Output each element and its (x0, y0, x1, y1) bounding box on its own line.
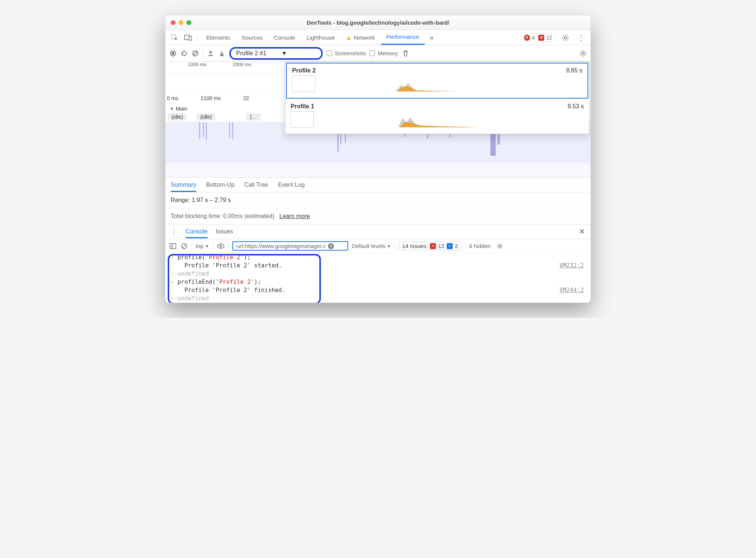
chevron-down-icon: ▼ (205, 244, 209, 248)
profile-thumbnail (291, 111, 314, 128)
performance-toolbar: Profile 2 #1 ▼ Screenshots Memory (165, 45, 591, 62)
record-button[interactable] (169, 50, 177, 57)
source-link[interactable]: VM244:2 (560, 287, 584, 294)
learn-more-link[interactable]: Learn more (279, 213, 310, 219)
blocking-time-row: Total blocking time: 0.00ms (estimated) … (165, 208, 591, 224)
svg-rect-2 (189, 36, 192, 40)
console-output-line: Profile 'Profile 2' finished.VM244:2 (165, 286, 591, 294)
code-string: 'Profile 2' (216, 279, 254, 285)
drawer-menu-icon[interactable]: ⋮ (171, 227, 177, 236)
idle-block: (idle) (168, 113, 187, 121)
more-tabs-icon[interactable]: » (425, 31, 438, 44)
console-result-line: ‹·undefined (165, 294, 591, 303)
error-count: 4 (532, 35, 535, 41)
kebab-menu-icon[interactable]: ⋮ (575, 31, 588, 44)
drawer-tab-issues[interactable]: Issues (216, 228, 233, 235)
console-sidebar-toggle-icon[interactable] (169, 242, 177, 250)
svg-point-13 (217, 244, 224, 248)
chevron-down-icon: ▼ (281, 50, 287, 57)
console-settings-gear-icon[interactable] (496, 242, 504, 250)
svg-point-3 (564, 37, 567, 39)
context-selector[interactable]: top ▼ (196, 243, 209, 249)
svg-point-5 (172, 52, 174, 55)
performance-overview-area: 1000 ms 2000 ms 9000 n CPU NET 0 ms 2100… (165, 62, 591, 177)
clear-button[interactable] (192, 50, 199, 57)
undefined-text: undefined (177, 295, 209, 302)
profile-select-value: Profile 2 #1 (236, 50, 266, 57)
delete-profile-button[interactable] (402, 50, 409, 57)
settings-gear-icon[interactable] (559, 31, 572, 44)
capture-settings-gear-icon[interactable] (579, 50, 587, 57)
issue-error-icon: ✕ (430, 243, 436, 249)
close-drawer-icon[interactable]: ✕ (579, 227, 585, 236)
drawer-tab-console[interactable]: Console (186, 228, 208, 238)
hidden-count: 6 hidden (469, 243, 491, 249)
profile-history-item[interactable]: Profile 28.85 s (286, 63, 588, 99)
profile-duration: 8.53 s (567, 103, 584, 110)
console-filter-input[interactable]: -url:https://www.googletagmanager.c ✕ (232, 241, 348, 251)
tab-performance[interactable]: Performance (381, 30, 425, 45)
levels-value: Default levels (352, 243, 385, 249)
code-text: ); (254, 279, 261, 285)
details-subtabs: Summary Bottom-Up Call Tree Event Log (165, 177, 591, 192)
console-input-line[interactable]: ›profileEnd('Profile 2'); (165, 278, 591, 286)
disclosure-triangle-icon[interactable]: ▼ (169, 106, 174, 112)
titlebar: DevTools - blog.google/technology/ai/cod… (165, 15, 591, 30)
subtab-summary[interactable]: Summary (171, 182, 196, 192)
issue-count: 12 (546, 35, 552, 41)
svg-line-12 (182, 244, 186, 248)
tab-console[interactable]: Console (269, 30, 301, 45)
console-input-line[interactable]: ›profile('Profile 2'); (165, 253, 591, 261)
ruler-tick: 1000 ms (188, 62, 233, 72)
tab-network[interactable]: ▲Network (341, 30, 380, 45)
profile-spark (316, 114, 584, 128)
subtab-calltree[interactable]: Call Tree (244, 182, 268, 188)
device-toolbar-icon[interactable] (182, 31, 195, 44)
tab-lighthouse[interactable]: Lighthouse (301, 30, 340, 45)
drawer-tabstrip: ⋮ Console Issues ✕ (165, 224, 591, 239)
screenshots-checkbox[interactable]: Screenshots (326, 50, 366, 56)
profile-history-item[interactable]: Profile 18.53 s (285, 99, 589, 134)
main-track-label: Main (176, 106, 187, 112)
subtab-bottomup[interactable]: Bottom-Up (206, 182, 234, 188)
tab-elements[interactable]: Elements (201, 30, 236, 45)
idle-block: (idle) (196, 113, 216, 121)
profile-name: Profile 1 (291, 103, 314, 110)
profile-select-dropdown[interactable]: Profile 2 #1 ▼ (229, 47, 323, 60)
svg-point-14 (220, 245, 221, 247)
window-controls (171, 20, 191, 25)
clear-filter-icon[interactable]: ✕ (328, 243, 334, 249)
ruler-tick: 2000 ms (233, 62, 278, 72)
svg-line-7 (193, 52, 197, 55)
source-link[interactable]: VM232:2 (560, 262, 584, 269)
memory-label: Memory (378, 50, 398, 56)
profile-history-dropdown: Profile 28.85 s Profile 18.53 s (285, 62, 589, 134)
log-levels-dropdown[interactable]: Default levels ▼ (352, 243, 391, 249)
console-output-line: Profile 'Profile 2' started.VM232:2 (165, 261, 591, 270)
issue-info-icon: ≡ (447, 243, 453, 249)
reload-record-button[interactable] (180, 50, 188, 57)
tab-sources[interactable]: Sources (236, 30, 268, 45)
issues-info-count: 2 (455, 243, 458, 249)
live-expression-icon[interactable] (217, 242, 224, 250)
svg-point-15 (499, 245, 501, 247)
download-profile-button[interactable] (218, 50, 226, 57)
profile-thumbnail (292, 75, 315, 92)
issues-counter[interactable]: 14 Issues: ✕12 ≡2 (399, 242, 461, 250)
close-window-button[interactable] (171, 20, 176, 25)
minimize-window-button[interactable] (179, 20, 183, 25)
console-result-line: ‹·undefined (165, 270, 591, 278)
filter-text: -url:https://www.googletagmanager.c (235, 243, 326, 249)
code-text: profileEnd( (177, 279, 216, 285)
profile-name: Profile 2 (292, 67, 316, 74)
memory-checkbox[interactable]: Memory (369, 50, 398, 56)
output-text: Profile 'Profile 2' finished. (177, 287, 285, 294)
upload-profile-button[interactable] (207, 50, 214, 57)
inspect-element-icon[interactable] (168, 31, 181, 44)
ruler-tick: 0 ms (167, 95, 178, 101)
output-text: Profile 'Profile 2' started. (177, 262, 282, 269)
zoom-window-button[interactable] (186, 20, 191, 25)
subtab-eventlog[interactable]: Event Log (278, 182, 305, 188)
error-counter[interactable]: ✕4 ✕12 (520, 34, 556, 42)
clear-console-button[interactable] (180, 242, 188, 250)
